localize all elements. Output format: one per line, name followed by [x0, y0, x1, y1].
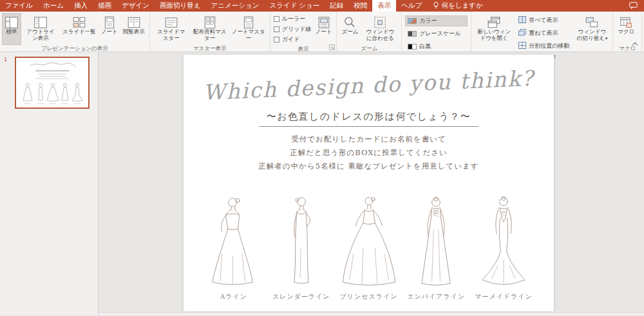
zoom-button[interactable]: ズーム [339, 13, 361, 45]
gridlines-checkbox-label: グリッド線 [282, 25, 312, 33]
slide-subtitle[interactable]: 〜お色直しのドレスの形は何でしょう？〜 [259, 111, 479, 127]
reading-view-button[interactable]: 閲覧表示 [120, 13, 147, 45]
tab-view[interactable]: 表示 [372, 0, 396, 12]
dress-label-slender: スレンダーライン [272, 292, 330, 301]
slide-master-icon [164, 15, 178, 28]
arrange-all-icon [518, 16, 526, 24]
guides-checkbox-box [274, 37, 279, 42]
zoom-button-label: ズーム [341, 29, 358, 35]
tab-home[interactable]: ホーム [38, 0, 69, 12]
fit-to-window-button[interactable]: ウィンドウに合わせる [361, 13, 399, 45]
body-line-2: 正解だと思う形のBOXに投票してください [184, 146, 554, 160]
slide-sorter-button[interactable]: スライド一覧 [60, 13, 99, 45]
normal-view-label: 標準 [6, 29, 17, 35]
fit-to-window-label: ウィンドウに合わせる [363, 29, 397, 42]
outline-view-label: アウトライン表示 [24, 29, 57, 42]
cascade-button[interactable]: 重ねて表示 [516, 28, 572, 39]
ruler-checkbox[interactable]: ルーラー [274, 15, 312, 23]
dress-slender-line[interactable]: スレンダーライン [269, 194, 334, 301]
black-white-button-label: 白黒 [419, 42, 431, 51]
group-presentation-views: 標準 アウトライン表示 スライド一覧 ノート 閲覧表示 [0, 12, 150, 51]
notes-button[interactable]: ノート [313, 13, 335, 45]
notes-master-button[interactable]: ノートマスター [229, 13, 268, 45]
dress-mermaid-line[interactable]: マーメイドライン [471, 194, 536, 301]
notes-page-button[interactable]: ノート [99, 13, 120, 45]
macro-button[interactable]: マクロ [615, 13, 637, 45]
dress-label-mermaid: マーメイドライン [475, 292, 533, 301]
handout-master-icon [203, 15, 217, 28]
tab-transitions[interactable]: 画面切り替え [155, 0, 206, 12]
handout-master-button[interactable]: 配布資料マスター [191, 13, 229, 45]
arrange-all-button[interactable]: 並べて表示 [516, 15, 572, 26]
slide-body-text[interactable]: 受付でお配りしたカードにお名前を書いて 正解だと思う形のBOXに投票してください… [184, 133, 554, 173]
tab-record[interactable]: 記録 [325, 0, 348, 12]
handout-master-label: 配布資料マスター [193, 29, 227, 42]
normal-view-icon [5, 15, 19, 28]
feedback-comment-icon[interactable] [629, 2, 638, 10]
slide-page[interactable]: Which design do you think? 〜お色直しのドレスの形は何… [184, 55, 554, 311]
dress-label-princess: プリンセスライン [340, 292, 398, 301]
show-dialog-launcher-icon[interactable]: ↘ [329, 44, 335, 50]
tell-me-label: 何をしますか [442, 1, 483, 10]
lightbulb-icon [433, 1, 439, 10]
tab-insert[interactable]: 挿入 [69, 0, 93, 12]
new-window-icon [487, 15, 501, 28]
canvas-bottom-strip [99, 312, 644, 315]
tab-file[interactable]: ファイル [0, 0, 38, 12]
normal-view-button[interactable]: 標準 [2, 13, 21, 45]
tab-help[interactable]: ヘルプ [396, 0, 427, 12]
color-button-label: カラー [419, 17, 437, 25]
tab-design-label: デザイン [122, 1, 149, 10]
new-window-button[interactable]: 新しいウィンドウを開く [473, 13, 515, 45]
collapse-ribbon-icon[interactable] [632, 42, 638, 48]
reading-view-label: 閲覧表示 [123, 29, 145, 35]
outline-view-button[interactable]: アウトライン表示 [21, 13, 60, 45]
color-swatch-icon [408, 18, 417, 24]
dress-a-line[interactable]: Aライン [202, 194, 266, 301]
switch-windows-label: ウィンドウの切り替え [576, 29, 608, 42]
powerpoint-window: ファイル ホーム 挿入 描画 デザイン 画面切り替え アニメーション スライド … [0, 0, 644, 316]
gridlines-checkbox[interactable]: グリッド線 [274, 25, 312, 33]
grayscale-button-label: グレースケール [419, 30, 460, 38]
slide-thumbnail-panel: 1 [0, 52, 99, 315]
princess-dress-illustration [339, 194, 399, 290]
new-window-label: 新しいウィンドウを開く [476, 29, 512, 42]
color-button[interactable]: カラー [405, 15, 468, 26]
dress-label-a-line: Aライン [220, 292, 247, 301]
slide-sorter-label: スライド一覧 [62, 29, 96, 35]
switch-windows-button[interactable]: ウィンドウの切り替え [573, 13, 611, 45]
slide-title[interactable]: Which design do you think? [183, 64, 554, 106]
tab-slideshow[interactable]: スライド ショー [264, 0, 325, 12]
notes-master-label: ノートマスター [232, 29, 265, 42]
slide-canvas[interactable]: Which design do you think? 〜お色直しのドレスの形は何… [99, 52, 644, 315]
black-white-button[interactable]: 白黒 [405, 41, 468, 52]
switch-windows-icon [585, 15, 599, 28]
slide-master-button[interactable]: スライドマスター [152, 13, 191, 45]
mermaid-dress-illustration [474, 194, 533, 290]
move-split-button[interactable]: 分割位置の移動 [516, 41, 572, 51]
dress-princess-line[interactable]: プリンセスライン [337, 194, 401, 301]
a-line-dress-illustration [204, 194, 263, 290]
empire-dress-illustration [406, 194, 466, 290]
dress-empire-line[interactable]: エンパイアライン [404, 194, 468, 301]
slide-sorter-icon [72, 15, 86, 28]
tab-draw[interactable]: 描画 [93, 0, 117, 12]
cascade-label: 重ねて表示 [529, 29, 558, 37]
tell-me-search[interactable]: 何をしますか [428, 0, 488, 12]
group-master-views: スライドマスター 配布資料マスター ノートマスター マスター表示 [150, 12, 270, 51]
tab-design[interactable]: デザイン [117, 0, 155, 12]
fit-to-window-icon [373, 15, 387, 28]
grayscale-button[interactable]: グレースケール [405, 28, 468, 39]
outline-view-icon [33, 15, 48, 28]
tab-file-label: ファイル [5, 1, 33, 10]
dress-label-empire: エンパイアライン [407, 292, 465, 301]
tab-review[interactable]: 校閲 [348, 0, 372, 12]
tab-animations[interactable]: アニメーション [205, 0, 264, 12]
guides-checkbox[interactable]: ガイド [274, 35, 312, 44]
tab-insert-label: 挿入 [74, 1, 88, 10]
tab-animations-label: アニメーション [211, 1, 259, 10]
group-show: ルーラー グリッド線 ガイド ノート 表示 ↘ [270, 12, 337, 51]
slide-1-thumbnail[interactable] [15, 57, 90, 109]
notes-page-label: ノート [101, 29, 118, 35]
tab-home-label: ホーム [43, 1, 64, 10]
